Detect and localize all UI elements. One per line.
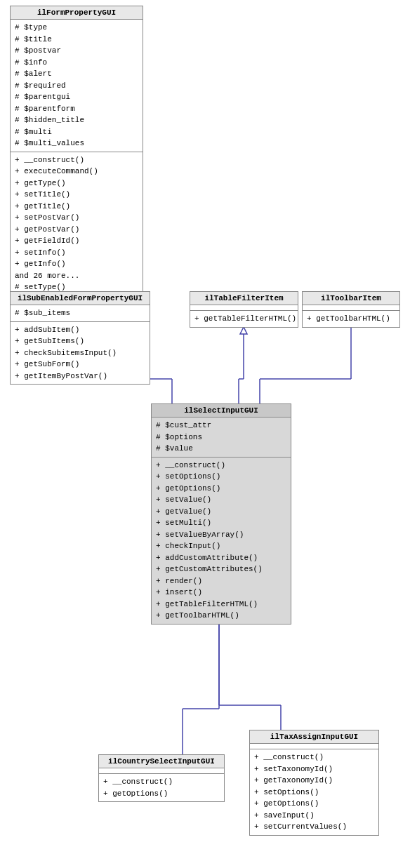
ilSelectInputGUI-title: ilSelectInputGUI bbox=[184, 406, 258, 415]
ilSelectInputGUI-fields: # $cust_attr # $options # $value bbox=[152, 418, 291, 458]
ilSubEnabledFormPropertyGUI-box: ilSubEnabledFormPropertyGUI # $sub_items… bbox=[10, 291, 150, 385]
ilTaxAssignInputGUI-box: ilTaxAssignInputGUI + __construct() + se… bbox=[249, 730, 379, 836]
ilTableFilterItem-header: ilTableFilterItem bbox=[190, 292, 298, 305]
ilTaxAssignInputGUI-fields bbox=[250, 744, 378, 749]
svg-marker-11 bbox=[240, 327, 247, 334]
ilCountrySelectInputGUI-title: ilCountrySelectInputGUI bbox=[108, 757, 215, 766]
ilToolbarItem-methods: + getToolbarHTML() bbox=[303, 311, 399, 327]
ilCountrySelectInputGUI-fields bbox=[99, 768, 224, 774]
ilSubEnabledFormPropertyGUI-title: ilSubEnabledFormPropertyGUI bbox=[18, 294, 143, 302]
ilFormPropertyGUI-methods: + __construct() + executeCommand() + get… bbox=[11, 152, 143, 307]
ilTaxAssignInputGUI-title: ilTaxAssignInputGUI bbox=[270, 733, 358, 741]
ilTableFilterItem-box: ilTableFilterItem + getTableFilterHTML() bbox=[190, 291, 298, 328]
ilToolbarItem-fields bbox=[303, 305, 399, 311]
ilSelectInputGUI-header: ilSelectInputGUI bbox=[152, 404, 291, 418]
ilToolbarItem-box: ilToolbarItem + getToolbarHTML() bbox=[302, 291, 400, 328]
ilTableFilterItem-fields bbox=[190, 305, 298, 311]
ilSubEnabledFormPropertyGUI-methods: + addSubItem() + getSubItems() + checkSu… bbox=[11, 322, 150, 385]
ilTableFilterItem-methods: + getTableFilterHTML() bbox=[190, 311, 298, 327]
diagram-container: ilFormPropertyGUI # $type # $title # $po… bbox=[0, 0, 410, 868]
ilCountrySelectInputGUI-methods: + __construct() + getOptions() bbox=[99, 774, 224, 801]
ilFormPropertyGUI-title: ilFormPropertyGUI bbox=[37, 8, 116, 17]
ilTaxAssignInputGUI-methods: + __construct() + setTaxonomyId() + getT… bbox=[250, 749, 378, 835]
ilCountrySelectInputGUI-header: ilCountrySelectInputGUI bbox=[99, 755, 224, 768]
ilSubEnabledFormPropertyGUI-fields: # $sub_items bbox=[11, 305, 150, 322]
ilToolbarItem-header: ilToolbarItem bbox=[303, 292, 399, 305]
ilFormPropertyGUI-box: ilFormPropertyGUI # $type # $title # $po… bbox=[10, 6, 143, 307]
ilCountrySelectInputGUI-box: ilCountrySelectInputGUI + __construct() … bbox=[98, 754, 225, 802]
ilToolbarItem-title: ilToolbarItem bbox=[321, 294, 381, 302]
ilSelectInputGUI-box: ilSelectInputGUI # $cust_attr # $options… bbox=[151, 403, 291, 625]
ilSelectInputGUI-methods: + __construct() + setOptions() + getOpti… bbox=[152, 458, 291, 624]
ilSubEnabledFormPropertyGUI-header: ilSubEnabledFormPropertyGUI bbox=[11, 292, 150, 305]
ilTaxAssignInputGUI-header: ilTaxAssignInputGUI bbox=[250, 730, 378, 744]
ilFormPropertyGUI-header: ilFormPropertyGUI bbox=[11, 6, 143, 20]
ilTableFilterItem-title: ilTableFilterItem bbox=[204, 294, 283, 302]
ilFormPropertyGUI-fields: # $type # $title # $postvar # $info # $a… bbox=[11, 20, 143, 152]
